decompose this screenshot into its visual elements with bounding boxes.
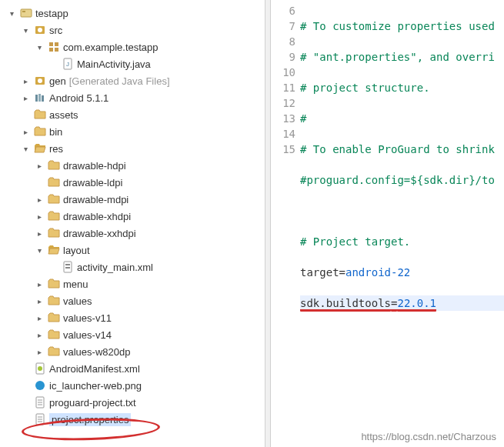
tree-label: layout bbox=[63, 245, 90, 256]
tree-node-res[interactable]: ▾ res bbox=[0, 140, 265, 157]
library-icon bbox=[34, 92, 46, 104]
code-line[interactable]: #proguard.config=${sdk.dir}/to bbox=[300, 172, 504, 188]
chevron-down-icon[interactable]: ▾ bbox=[34, 42, 45, 52]
tree-node-values-v11[interactable]: ▸ values-v11 bbox=[0, 309, 265, 326]
line-number: 11 bbox=[271, 80, 295, 95]
tree-label: testapp bbox=[35, 8, 68, 19]
chevron-right-icon[interactable]: ▸ bbox=[34, 211, 45, 222]
svg-rect-0 bbox=[21, 9, 32, 17]
tree-label: assets bbox=[49, 109, 78, 121]
tree-node-activity-main[interactable]: activity_main.xml bbox=[0, 259, 265, 275]
svg-point-3 bbox=[38, 28, 42, 32]
tree-label: drawable-mdpi bbox=[63, 194, 129, 205]
code-line[interactable] bbox=[300, 203, 504, 218]
tree-node-testapp[interactable]: ▾ testapp bbox=[0, 5, 265, 22]
toggle-spacer bbox=[34, 177, 45, 188]
line-number: 7 bbox=[271, 18, 295, 34]
chevron-right-icon[interactable]: ▸ bbox=[34, 312, 45, 323]
svg-point-20 bbox=[35, 381, 45, 390]
chevron-right-icon[interactable]: ▸ bbox=[34, 194, 45, 205]
code-line-highlighted[interactable]: sdk.buildtools=22.0.1 bbox=[300, 295, 504, 311]
tree-node-mainactivity[interactable]: J MainActivity.java bbox=[0, 55, 265, 72]
tree-node-drawable-xhdpi[interactable]: ▸ drawable-xhdpi bbox=[0, 208, 265, 225]
chevron-right-icon[interactable]: ▸ bbox=[34, 295, 45, 306]
tree-label: proguard-project.txt bbox=[49, 397, 136, 409]
annotated-value: 22.0.1 bbox=[397, 297, 436, 312]
tree-node-gen[interactable]: ▸ gen [Generated Java Files] bbox=[0, 72, 265, 89]
source-folder-icon bbox=[34, 24, 46, 36]
pane-divider[interactable] bbox=[265, 0, 271, 447]
svg-rect-16 bbox=[65, 264, 70, 265]
tree-node-values[interactable]: ▸ values bbox=[0, 292, 265, 309]
code-line[interactable]: # bbox=[300, 111, 504, 126]
chevron-right-icon[interactable]: ▸ bbox=[34, 279, 45, 289]
chevron-down-icon[interactable]: ▾ bbox=[20, 25, 31, 35]
chevron-right-icon[interactable]: ▸ bbox=[34, 329, 45, 340]
tree-label: gen bbox=[49, 75, 66, 87]
folder-open-icon bbox=[34, 142, 46, 155]
chevron-down-icon[interactable]: ▾ bbox=[34, 245, 45, 255]
tree-node-proguard[interactable]: proguard-project.txt bbox=[0, 394, 265, 411]
tree-node-android-manifest[interactable]: AndroidManifest.xml bbox=[0, 360, 265, 377]
tree-node-package[interactable]: ▾ com.example.testapp bbox=[0, 38, 265, 55]
svg-rect-7 bbox=[55, 48, 58, 52]
tree-node-ic-launcher[interactable]: ic_launcher-web.png bbox=[0, 377, 265, 394]
tree-node-android[interactable]: ▸ Android 5.1.1 bbox=[0, 89, 265, 106]
chevron-right-icon[interactable]: ▸ bbox=[20, 126, 31, 137]
chevron-right-icon[interactable]: ▸ bbox=[34, 346, 45, 357]
folder-icon bbox=[34, 108, 46, 121]
chevron-down-icon[interactable]: ▾ bbox=[20, 143, 31, 154]
code-line[interactable]: target=android-22 bbox=[300, 265, 504, 280]
chevron-right-icon[interactable]: ▸ bbox=[20, 75, 31, 86]
line-number: 6 bbox=[271, 3, 295, 18]
code-line[interactable]: # "ant.properties", and overri bbox=[300, 49, 504, 65]
tree-node-layout[interactable]: ▾ layout bbox=[0, 242, 265, 259]
tree-label: Android 5.1.1 bbox=[49, 92, 108, 104]
tree-label: project.properties bbox=[49, 413, 131, 426]
chevron-right-icon[interactable]: ▸ bbox=[34, 228, 45, 239]
tree-node-drawable-mdpi[interactable]: ▸ drawable-mdpi bbox=[0, 191, 265, 208]
tree-node-drawable-hdpi[interactable]: ▸ drawable-hdpi bbox=[0, 157, 265, 174]
package-icon bbox=[48, 41, 60, 53]
tree-label: res bbox=[49, 143, 63, 155]
java-file-icon: J bbox=[62, 58, 74, 70]
tree-label: activity_main.xml bbox=[77, 262, 153, 273]
code-line[interactable]: # project structure. bbox=[300, 80, 504, 95]
tree-node-bin[interactable]: ▸ bin bbox=[0, 123, 265, 140]
tree-node-drawable-ldpi[interactable]: drawable-ldpi bbox=[0, 174, 265, 191]
chevron-down-icon[interactable]: ▾ bbox=[6, 8, 17, 18]
tree-node-project-properties[interactable]: project.properties bbox=[0, 411, 265, 428]
code-editor[interactable]: 6 7 8 9 10 11 12 13 14 15 # To customize… bbox=[271, 0, 504, 447]
folder-icon bbox=[48, 278, 60, 290]
tree-label: drawable-xxhdpi bbox=[63, 228, 136, 239]
folder-icon bbox=[48, 176, 60, 188]
svg-point-11 bbox=[38, 78, 42, 83]
tree-node-drawable-xxhdpi[interactable]: ▸ drawable-xxhdpi bbox=[0, 225, 265, 242]
chevron-right-icon[interactable]: ▸ bbox=[34, 160, 45, 171]
code-line[interactable]: # Project target. bbox=[300, 234, 504, 249]
line-number: 12 bbox=[271, 95, 295, 111]
code-line[interactable]: # To enable ProGuard to shrink bbox=[300, 142, 504, 157]
tree-label-note: [Generated Java Files] bbox=[69, 75, 170, 87]
tree-node-menu[interactable]: ▸ menu bbox=[0, 275, 265, 292]
line-number: 14 bbox=[271, 126, 295, 142]
code-line[interactable]: # To customize properties used bbox=[300, 18, 504, 34]
chevron-right-icon[interactable]: ▸ bbox=[20, 92, 31, 103]
tree-node-values-v14[interactable]: ▸ values-v14 bbox=[0, 326, 265, 343]
folder-icon bbox=[34, 125, 46, 138]
svg-rect-4 bbox=[49, 42, 53, 46]
tree-label: MainActivity.java bbox=[77, 58, 151, 70]
folder-icon bbox=[48, 193, 60, 205]
folder-icon bbox=[48, 295, 60, 307]
tree-node-assets[interactable]: assets bbox=[0, 106, 265, 123]
tree-label: src bbox=[49, 25, 62, 36]
line-number: 15 bbox=[271, 142, 295, 157]
project-tree[interactable]: ▾ testapp ▾ src ▾ com.example.testapp J … bbox=[0, 0, 265, 447]
tree-label: AndroidManifest.xml bbox=[49, 363, 140, 375]
code-content[interactable]: # To customize properties used # "ant.pr… bbox=[300, 0, 504, 447]
tree-node-values-w820dp[interactable]: ▸ values-w820dp bbox=[0, 343, 265, 360]
tree-label: values-w820dp bbox=[63, 346, 130, 358]
tree-label: bin bbox=[49, 126, 62, 138]
toggle-spacer bbox=[48, 58, 58, 69]
tree-node-src[interactable]: ▾ src bbox=[0, 22, 265, 38]
